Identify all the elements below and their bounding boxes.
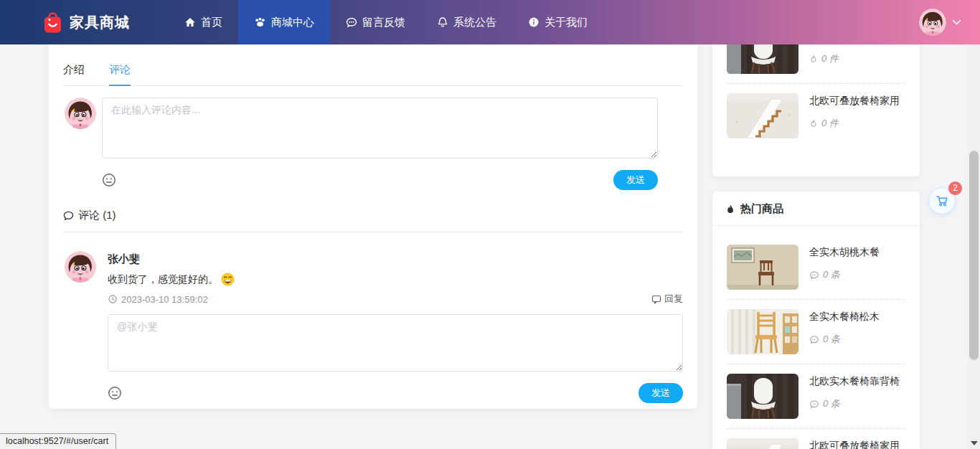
product-sold-count: 0 件	[809, 117, 900, 130]
tab-intro[interactable]: 介绍	[63, 63, 85, 77]
tab-comments[interactable]: 评论	[109, 63, 131, 77]
cart-icon	[936, 194, 948, 207]
reply-editor: 发送	[108, 314, 683, 403]
user-menu[interactable]	[919, 9, 961, 36]
product-image-white-chair	[727, 374, 798, 419]
product-sold-count: 0 件	[809, 52, 900, 65]
nav-item-label: 关于我们	[545, 16, 588, 29]
commenter-avatar	[65, 251, 96, 283]
navbar: 家具商城 首页 商城中心	[0, 0, 980, 44]
nav-item-announcements[interactable]: 系统公告	[421, 0, 512, 44]
product-detail-card: 介绍 评论 发送	[49, 44, 697, 409]
comment-bubble-icon	[809, 270, 819, 280]
feedback-bubble-icon	[346, 16, 357, 28]
scrollbar-thumb[interactable]	[969, 151, 979, 360]
reply-bubble-icon	[651, 294, 661, 304]
nav-item-mall-center[interactable]: 商城中心	[238, 0, 330, 44]
nav-item-label: 首页	[201, 16, 222, 29]
comment-bubble-icon	[809, 335, 819, 344]
comment-bubble-icon	[809, 400, 819, 409]
paw-icon	[254, 16, 266, 28]
nav-item-feedback[interactable]: 留言反馈	[330, 0, 421, 44]
comment-content: 收到货了，感觉挺好的。	[108, 273, 683, 286]
product-title: 全实木胡桃木餐	[809, 246, 880, 259]
info-icon	[528, 16, 540, 28]
tabs: 介绍 评论	[63, 63, 683, 86]
nav-item-label: 留言反馈	[362, 16, 405, 29]
hot-product-item[interactable]: 全实木餐椅松木 0 条	[727, 309, 905, 364]
product-image-wood-chair	[727, 309, 798, 354]
send-comment-button[interactable]: 发送	[613, 170, 658, 190]
recommend-item[interactable]: 北欧可叠放餐椅家用 0 件	[727, 93, 905, 148]
comment-editor: 发送	[63, 98, 683, 190]
brand[interactable]: 家具商城	[43, 11, 130, 34]
brand-title: 家具商城	[70, 13, 130, 32]
link-preview-statusbar: localhost:9527/#/user/cart	[0, 433, 116, 449]
product-comment-count: 0 条	[809, 333, 880, 346]
nav-item-label: 商城中心	[271, 16, 314, 29]
comment-timestamp: 2023-03-10 13:59:02	[108, 294, 208, 305]
app: 家具商城 首页 商城中心	[0, 0, 980, 449]
scrollbar-down-arrow[interactable]	[971, 441, 978, 445]
bell-icon	[437, 16, 448, 28]
chevron-down-icon	[952, 19, 961, 26]
divider	[63, 232, 683, 232]
product-comment-count: 0 条	[809, 268, 880, 281]
nav-item-home[interactable]: 首页	[169, 0, 238, 44]
scrollbar[interactable]	[968, 44, 980, 449]
hot-products-title: 热门商品	[740, 202, 783, 216]
product-title: 全实木餐椅松木	[809, 311, 880, 323]
user-avatar[interactable]	[919, 9, 946, 36]
hot-product-item[interactable]: 全实木胡桃木餐 0 条	[727, 245, 905, 300]
product-title: 北欧可叠放餐椅家用	[809, 95, 900, 108]
product-image-staircase	[727, 438, 798, 449]
reply-input[interactable]	[108, 314, 683, 372]
grin-emoji-icon	[221, 273, 235, 286]
cart-button[interactable]: 2	[928, 187, 956, 214]
comment-author: 张小斐	[108, 252, 683, 266]
product-image-beige-room	[727, 245, 798, 290]
hot-product-item[interactable]: 北欧可叠放餐椅家用	[727, 438, 905, 449]
hot-products-card: 热门商品	[712, 192, 920, 449]
flame-icon	[725, 204, 735, 215]
clock-icon	[108, 294, 118, 304]
reply-emoji-picker-button[interactable]	[108, 386, 122, 400]
sold-flame-icon	[809, 55, 818, 64]
reply-button[interactable]: 回复	[651, 293, 683, 306]
cart-badge: 2	[948, 181, 962, 195]
current-user-avatar	[65, 98, 96, 129]
nav-menu: 首页 商城中心 留言反	[169, 0, 603, 44]
send-reply-button[interactable]: 发送	[639, 383, 683, 403]
sidebar: 北欧实木餐椅靠背椅 0 件	[712, 14, 920, 449]
home-icon	[184, 16, 196, 28]
hot-product-item[interactable]: 北欧实木餐椅靠背椅 0 条	[727, 374, 905, 429]
product-title: 北欧可叠放餐椅家用	[809, 440, 900, 449]
product-title: 北欧实木餐椅靠背椅	[809, 375, 900, 388]
emoji-picker-button[interactable]	[102, 173, 116, 187]
sold-flame-icon	[809, 119, 818, 128]
hot-products-header: 热门商品	[712, 192, 920, 226]
comment-icon	[63, 210, 74, 221]
shopping-bag-logo-icon	[43, 11, 62, 34]
product-comment-count: 0 条	[809, 397, 900, 410]
comments-count-label: 评论 (1)	[78, 209, 116, 222]
nav-item-label: 系统公告	[453, 16, 496, 29]
comments-count-header: 评论 (1)	[63, 209, 683, 222]
comment-item: 张小斐 收到货了，感觉挺好的。	[63, 251, 683, 403]
nav-item-about[interactable]: 关于我们	[512, 0, 603, 44]
product-image-staircase	[727, 93, 798, 138]
comment-input[interactable]	[102, 98, 658, 159]
